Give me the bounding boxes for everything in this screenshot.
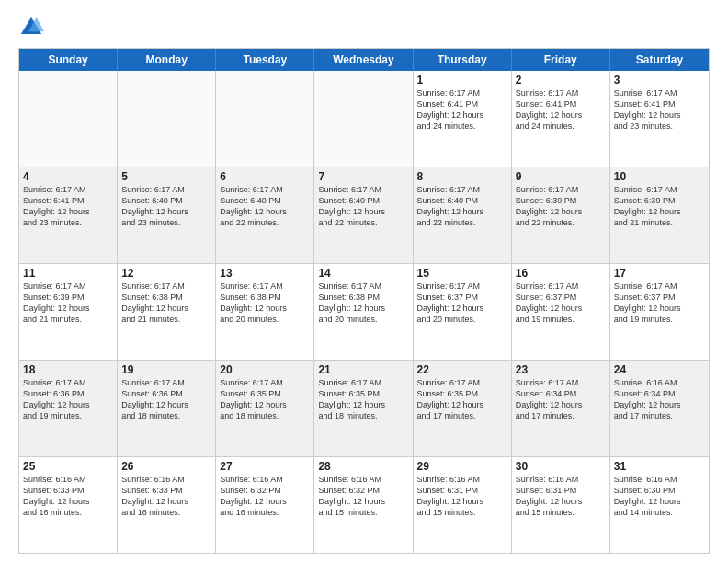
header-day-friday: Friday — [512, 49, 610, 71]
day-info: Sunrise: 6:17 AM Sunset: 6:37 PM Dayligh… — [614, 281, 705, 326]
calendar-cell: 18Sunrise: 6:17 AM Sunset: 6:36 PM Dayli… — [19, 361, 118, 456]
day-number: 21 — [318, 363, 408, 376]
calendar-cell: 9Sunrise: 6:17 AM Sunset: 6:39 PM Daylig… — [512, 167, 610, 263]
calendar-cell: 8Sunrise: 6:17 AM Sunset: 6:40 PM Daylig… — [414, 167, 512, 263]
day-number: 10 — [614, 170, 705, 183]
calendar-cell: 14Sunrise: 6:17 AM Sunset: 6:38 PM Dayli… — [314, 264, 413, 360]
day-info: Sunrise: 6:17 AM Sunset: 6:41 PM Dayligh… — [23, 184, 113, 229]
day-info: Sunrise: 6:16 AM Sunset: 6:33 PM Dayligh… — [23, 474, 113, 519]
day-info: Sunrise: 6:16 AM Sunset: 6:31 PM Dayligh… — [417, 474, 507, 519]
calendar-week-1: 1Sunrise: 6:17 AM Sunset: 6:41 PM Daylig… — [19, 71, 709, 167]
day-info: Sunrise: 6:17 AM Sunset: 6:38 PM Dayligh… — [220, 281, 310, 326]
calendar-week-4: 18Sunrise: 6:17 AM Sunset: 6:36 PM Dayli… — [19, 360, 709, 456]
day-info: Sunrise: 6:17 AM Sunset: 6:36 PM Dayligh… — [23, 377, 113, 422]
day-info: Sunrise: 6:16 AM Sunset: 6:32 PM Dayligh… — [318, 474, 408, 519]
day-number: 31 — [614, 460, 705, 473]
calendar-cell: 11Sunrise: 6:17 AM Sunset: 6:39 PM Dayli… — [19, 264, 118, 360]
day-info: Sunrise: 6:17 AM Sunset: 6:39 PM Dayligh… — [516, 184, 606, 229]
day-number: 15 — [417, 267, 507, 280]
day-info: Sunrise: 6:17 AM Sunset: 6:38 PM Dayligh… — [318, 281, 408, 326]
header-day-tuesday: Tuesday — [216, 49, 314, 71]
calendar: SundayMondayTuesdayWednesdayThursdayFrid… — [18, 48, 710, 554]
day-number: 1 — [417, 74, 507, 86]
day-info: Sunrise: 6:17 AM Sunset: 6:39 PM Dayligh… — [614, 184, 705, 229]
calendar-cell: 16Sunrise: 6:17 AM Sunset: 6:37 PM Dayli… — [512, 264, 610, 360]
day-number: 22 — [417, 363, 507, 376]
calendar-cell: 1Sunrise: 6:17 AM Sunset: 6:41 PM Daylig… — [414, 71, 512, 167]
calendar-week-3: 11Sunrise: 6:17 AM Sunset: 6:39 PM Dayli… — [19, 263, 709, 360]
day-info: Sunrise: 6:16 AM Sunset: 6:34 PM Dayligh… — [614, 377, 705, 422]
day-info: Sunrise: 6:17 AM Sunset: 6:41 PM Dayligh… — [516, 87, 606, 132]
calendar-cell — [216, 71, 314, 167]
day-number: 29 — [417, 460, 507, 473]
calendar-cell: 4Sunrise: 6:17 AM Sunset: 6:41 PM Daylig… — [19, 167, 118, 263]
day-number: 4 — [23, 170, 113, 183]
header-day-wednesday: Wednesday — [314, 49, 413, 71]
day-number: 13 — [220, 267, 310, 280]
day-number: 8 — [417, 170, 507, 183]
calendar-cell: 23Sunrise: 6:17 AM Sunset: 6:34 PM Dayli… — [512, 361, 610, 456]
day-number: 9 — [516, 170, 606, 183]
day-number: 30 — [516, 460, 606, 473]
day-info: Sunrise: 6:16 AM Sunset: 6:30 PM Dayligh… — [614, 474, 705, 519]
calendar-cell: 30Sunrise: 6:16 AM Sunset: 6:31 PM Dayli… — [512, 457, 610, 553]
calendar-week-5: 25Sunrise: 6:16 AM Sunset: 6:33 PM Dayli… — [19, 456, 709, 553]
day-number: 20 — [220, 363, 310, 376]
day-info: Sunrise: 6:16 AM Sunset: 6:31 PM Dayligh… — [516, 474, 606, 519]
day-info: Sunrise: 6:17 AM Sunset: 6:40 PM Dayligh… — [417, 184, 507, 229]
day-number: 19 — [121, 363, 211, 376]
calendar-header: SundayMondayTuesdayWednesdayThursdayFrid… — [19, 49, 709, 71]
day-info: Sunrise: 6:17 AM Sunset: 6:35 PM Dayligh… — [318, 377, 408, 422]
day-number: 23 — [516, 363, 606, 376]
calendar-cell: 22Sunrise: 6:17 AM Sunset: 6:35 PM Dayli… — [414, 361, 512, 456]
calendar-cell: 21Sunrise: 6:17 AM Sunset: 6:35 PM Dayli… — [314, 361, 413, 456]
day-info: Sunrise: 6:17 AM Sunset: 6:40 PM Dayligh… — [318, 184, 408, 229]
calendar-cell — [19, 71, 118, 167]
calendar-cell: 29Sunrise: 6:16 AM Sunset: 6:31 PM Dayli… — [414, 457, 512, 553]
calendar-cell: 6Sunrise: 6:17 AM Sunset: 6:40 PM Daylig… — [216, 167, 314, 263]
day-number: 14 — [318, 267, 408, 280]
calendar-cell: 5Sunrise: 6:17 AM Sunset: 6:40 PM Daylig… — [118, 167, 216, 263]
calendar-cell: 28Sunrise: 6:16 AM Sunset: 6:32 PM Dayli… — [314, 457, 413, 553]
calendar-cell: 7Sunrise: 6:17 AM Sunset: 6:40 PM Daylig… — [314, 167, 413, 263]
logo — [18, 15, 48, 40]
day-number: 18 — [23, 363, 113, 376]
calendar-cell: 17Sunrise: 6:17 AM Sunset: 6:37 PM Dayli… — [610, 264, 709, 360]
day-info: Sunrise: 6:17 AM Sunset: 6:37 PM Dayligh… — [417, 281, 507, 326]
day-info: Sunrise: 6:17 AM Sunset: 6:38 PM Dayligh… — [121, 281, 211, 326]
calendar-cell: 10Sunrise: 6:17 AM Sunset: 6:39 PM Dayli… — [610, 167, 709, 263]
calendar-week-2: 4Sunrise: 6:17 AM Sunset: 6:41 PM Daylig… — [19, 167, 709, 263]
calendar-cell: 31Sunrise: 6:16 AM Sunset: 6:30 PM Dayli… — [610, 457, 709, 553]
day-number: 3 — [614, 74, 705, 86]
day-info: Sunrise: 6:17 AM Sunset: 6:35 PM Dayligh… — [417, 377, 507, 422]
calendar-cell: 15Sunrise: 6:17 AM Sunset: 6:37 PM Dayli… — [414, 264, 512, 360]
day-number: 26 — [121, 460, 211, 473]
day-number: 24 — [614, 363, 705, 376]
calendar-cell: 26Sunrise: 6:16 AM Sunset: 6:33 PM Dayli… — [118, 457, 216, 553]
calendar-cell: 12Sunrise: 6:17 AM Sunset: 6:38 PM Dayli… — [118, 264, 216, 360]
header-day-saturday: Saturday — [610, 49, 709, 71]
day-info: Sunrise: 6:17 AM Sunset: 6:35 PM Dayligh… — [220, 377, 310, 422]
day-number: 11 — [23, 267, 113, 280]
header — [18, 15, 710, 40]
calendar-cell: 27Sunrise: 6:16 AM Sunset: 6:32 PM Dayli… — [216, 457, 314, 553]
day-info: Sunrise: 6:17 AM Sunset: 6:36 PM Dayligh… — [121, 377, 211, 422]
calendar-cell — [118, 71, 216, 167]
day-info: Sunrise: 6:17 AM Sunset: 6:41 PM Dayligh… — [417, 87, 507, 132]
calendar-cell: 13Sunrise: 6:17 AM Sunset: 6:38 PM Dayli… — [216, 264, 314, 360]
day-info: Sunrise: 6:17 AM Sunset: 6:41 PM Dayligh… — [614, 87, 705, 132]
page: SundayMondayTuesdayWednesdayThursdayFrid… — [0, 0, 728, 563]
day-info: Sunrise: 6:17 AM Sunset: 6:34 PM Dayligh… — [516, 377, 606, 422]
day-number: 5 — [121, 170, 211, 183]
calendar-cell: 19Sunrise: 6:17 AM Sunset: 6:36 PM Dayli… — [118, 361, 216, 456]
header-day-thursday: Thursday — [414, 49, 512, 71]
calendar-body: 1Sunrise: 6:17 AM Sunset: 6:41 PM Daylig… — [19, 71, 709, 553]
day-info: Sunrise: 6:17 AM Sunset: 6:39 PM Dayligh… — [23, 281, 113, 326]
calendar-cell: 24Sunrise: 6:16 AM Sunset: 6:34 PM Dayli… — [610, 361, 709, 456]
logo-icon — [18, 15, 44, 40]
day-info: Sunrise: 6:16 AM Sunset: 6:33 PM Dayligh… — [121, 474, 211, 519]
day-number: 25 — [23, 460, 113, 473]
day-info: Sunrise: 6:17 AM Sunset: 6:40 PM Dayligh… — [220, 184, 310, 229]
day-number: 27 — [220, 460, 310, 473]
day-number: 16 — [516, 267, 606, 280]
